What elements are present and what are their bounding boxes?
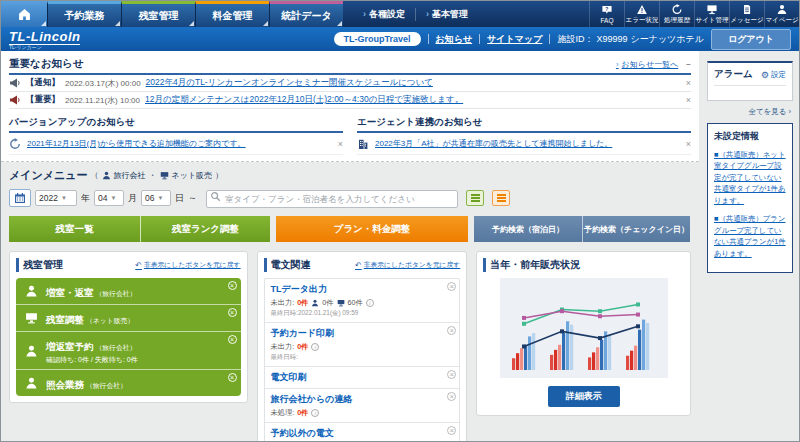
room-adjust-button[interactable]: 残室調整（ネット販売） × <box>16 304 241 331</box>
tab-rate-management[interactable]: 料金管理 <box>195 1 269 27</box>
nav-secondary-links: ›各種設定 ›基本管理 <box>353 1 478 27</box>
message-list: TLデータ出力 未出力: 0件 0件 60件 i <box>264 278 461 442</box>
close-icon[interactable]: × <box>228 281 237 290</box>
green-list-toggle[interactable] <box>466 190 484 206</box>
site-admin-button[interactable]: サイト管理 <box>694 1 729 27</box>
close-icon[interactable]: × <box>228 308 237 317</box>
agent-news-title: エージェント連携のお知らせ <box>357 116 691 129</box>
sitemap-link[interactable]: サイトマップ <box>487 33 542 46</box>
main-menu-title: メインメニュー （ 旅行会社 ・ ネット販売 ） <box>9 168 691 183</box>
day-select[interactable]: 06▼ <box>141 190 171 206</box>
person-icon <box>25 377 38 390</box>
group-travel-button[interactable]: TL-GroupTravel <box>334 32 421 46</box>
message-label: メッセージ <box>730 16 763 25</box>
news-link[interactable]: 2022年4月のTL-リンカーンオンラインセミナー開催スケジュールについて <box>146 77 433 89</box>
reservation-card-print-item[interactable]: 予約カード印刷 未出力: 0件 i 最終日時: × <box>265 322 460 366</box>
room-panel-title: 残室管理 <box>16 258 63 272</box>
orange-list-toggle[interactable] <box>492 190 510 206</box>
row-note: （旅行会社） <box>96 344 137 351</box>
collapse-button[interactable]: − <box>686 60 691 69</box>
alarm-settings-label: 設定 <box>771 70 786 80</box>
message-print-item[interactable]: 電文印刷 × <box>265 366 460 388</box>
info-icon[interactable]: i <box>366 299 374 307</box>
mypage-button[interactable]: マイページ <box>764 1 799 27</box>
close-icon[interactable]: × <box>447 370 456 379</box>
detail-view-button[interactable]: 詳細表示 <box>548 386 620 407</box>
plan-rate-adjust-button[interactable]: プラン・料金調整 <box>276 216 468 242</box>
close-icon[interactable]: × <box>686 95 691 105</box>
tab-statistics[interactable]: 統計データ <box>269 1 343 27</box>
restore-hidden-buttons-link[interactable]: ↶非表示にしたボタンを元に戻す <box>135 260 240 270</box>
monitor-icon <box>337 299 345 307</box>
tl-data-output-item[interactable]: TLデータ出力 未出力: 0件 0件 60件 i <box>265 279 460 322</box>
close-icon[interactable]: × <box>338 139 343 149</box>
agent-news-link[interactable]: 2022年3月「A社」が共通在庫の販売先として連携開始しました。 <box>375 138 612 149</box>
message-button[interactable]: メッセージ <box>729 1 764 27</box>
caret-down-icon: ▼ <box>61 195 67 201</box>
year-select[interactable]: 2022▼ <box>35 190 77 206</box>
dashboard-panels: 残室管理 ↶非表示にしたボタンを元に戻す 増室・返室（旅行会社） × <box>9 251 691 442</box>
faq-button[interactable]: FAQ <box>589 1 624 27</box>
room-action-list: 増室・返室（旅行会社） × 残室調整（ネット販売） × 増返室予約（旅行会社） <box>16 278 241 396</box>
dot-separator: ・ <box>149 170 157 181</box>
reservation-search-checkin-button[interactable]: 予約検索（チェックイン日） <box>582 216 690 242</box>
home-button[interactable] <box>1 1 47 27</box>
tl-lincoln-logo[interactable]: TL-Lincoln TL-リンカーン <box>9 28 80 50</box>
close-icon[interactable]: × <box>686 139 691 149</box>
info-icon[interactable]: i <box>311 409 319 417</box>
add-return-room-button[interactable]: 増室・返室（旅行会社） × <box>16 278 241 304</box>
facility-id-value: X99999 <box>596 34 627 44</box>
year-unit: 年 <box>81 192 90 205</box>
room-list-button[interactable]: 残室一覧 <box>9 216 140 242</box>
month-value: 04 <box>98 193 107 203</box>
nav-link-settings[interactable]: ›各種設定 <box>353 8 415 21</box>
home-icon <box>18 8 31 21</box>
gear-icon: ⚙ <box>761 70 769 80</box>
calendar-button[interactable] <box>9 189 31 207</box>
restore-hidden-buttons-link[interactable]: ↶非表示にしたボタンを元に戻す <box>355 260 460 270</box>
logout-button[interactable]: ログアウト <box>711 29 791 50</box>
row-label: 残室調整 <box>46 314 84 325</box>
close-icon[interactable]: × <box>447 326 456 335</box>
chevron-right-icon: › <box>616 60 619 69</box>
building-icon <box>357 138 369 150</box>
view-all-link[interactable]: 全てを見る › <box>709 107 791 117</box>
unset-room-type-link[interactable]: ■（共通販売）ネット室タイプグループ設定が完了していない共通室タイプが1件ありま… <box>714 149 786 206</box>
sales-status-panel: 当年・前年販売状況 詳細表示 <box>476 251 691 416</box>
close-icon[interactable]: × <box>447 282 456 291</box>
undo-icon: ↶ <box>355 261 362 270</box>
caret-down-icon: ▼ <box>110 195 116 201</box>
close-icon[interactable]: × <box>447 392 456 401</box>
news-link[interactable]: 12月の定期メンテナンスは2022年12月10日(土)2:00～4:30の日程で… <box>145 94 463 106</box>
chevron-right-icon: › <box>789 107 792 116</box>
news-date: 2022.11.21(水) 10:00 <box>65 95 140 106</box>
main-column: 重要なお知らせ ›お知らせ一覧へ − 【通知】 2022.03.17(木) 00… <box>1 51 699 442</box>
info-icon[interactable]: i <box>311 343 319 351</box>
close-icon[interactable]: × <box>447 426 456 435</box>
news-date: 2022.03.17(木) 00:00 <box>65 78 141 89</box>
add-return-reservation-button[interactable]: 増返室予約（旅行会社） 確認待ち: 0件 / 失敗待ち: 0件 × <box>16 331 241 369</box>
month-select[interactable]: 04▼ <box>94 190 124 206</box>
inquiry-button[interactable]: 照会業務（旅行会社） × <box>16 369 241 396</box>
non-reservation-message-item[interactable]: 予約以外の電文 未処理: 0件 i × <box>265 422 460 442</box>
person-icon <box>25 344 38 357</box>
notice-link[interactable]: お知らせ <box>436 33 473 46</box>
error-status-button[interactable]: エラー状況 <box>624 1 659 27</box>
news-list-link[interactable]: ›お知らせ一覧へ <box>616 59 678 70</box>
nav-link-basic-admin[interactable]: ›基本管理 <box>415 8 478 21</box>
close-icon[interactable]: × <box>686 78 691 88</box>
search-input[interactable] <box>206 190 458 208</box>
tab-reservation[interactable]: 予約業務 <box>47 1 121 27</box>
tab-room-inventory[interactable]: 残室管理 <box>121 1 195 27</box>
close-icon[interactable]: × <box>228 373 237 382</box>
history-button[interactable]: 処理履歴 <box>659 1 694 27</box>
agency-contact-item[interactable]: 旅行会社からの連絡 未処理: 0件 i × <box>265 388 460 422</box>
close-icon[interactable]: × <box>228 335 237 344</box>
version-news-link[interactable]: 2021年12月13日(月)から使用できる追加機能のご案内です。 <box>27 138 246 149</box>
reservation-search-stay-button[interactable]: 予約検索（宿泊日） <box>474 216 582 242</box>
unset-plan-group-link[interactable]: ■（共通販売）プラングループ完了していない共通プランが1件あります。 <box>714 213 786 259</box>
alarm-settings-link[interactable]: ⚙設定 <box>761 70 786 80</box>
row-label: 照会業務 <box>46 379 84 390</box>
room-rank-adjust-button[interactable]: 残室ランク調整 <box>140 216 270 242</box>
month-unit: 月 <box>128 192 137 205</box>
